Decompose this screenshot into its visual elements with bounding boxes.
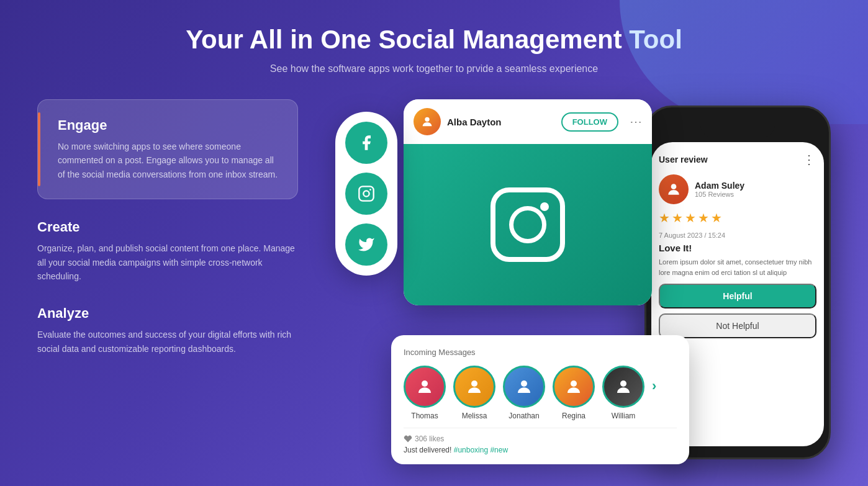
msg-person-william[interactable]: William: [602, 366, 644, 420]
feature-analyze: Analyze Evaluate the outcomes and succes…: [37, 303, 298, 358]
page-header: Your All in One Social Management Tool S…: [37, 25, 831, 74]
avatar-thomas: [404, 366, 446, 408]
messages-card: Incoming Messages Thomas: [391, 335, 689, 464]
review-date: 7 August 2023 / 15:24: [659, 232, 816, 239]
msg-person-melissa[interactable]: Melissa: [453, 366, 495, 420]
profile-name: Alba Dayton: [447, 117, 555, 127]
svg-point-5: [471, 380, 477, 387]
message-avatars-row: Thomas Melissa: [404, 366, 677, 420]
create-desc: Organize, plan, and publish social conte…: [37, 241, 298, 283]
name-thomas: Thomas: [411, 412, 438, 420]
page-wrapper: Your All in One Social Management Tool S…: [0, 0, 868, 486]
msg-person-thomas[interactable]: Thomas: [404, 366, 446, 420]
avatar-jonathan: [503, 366, 545, 408]
avatar-regina: [553, 366, 595, 408]
social-icons-pill: [335, 112, 397, 276]
right-panel: Alba Dayton FOLLOW ⋯ Incoming Messages: [323, 99, 831, 459]
not-helpful-button[interactable]: Not Helpful: [659, 313, 816, 338]
svg-rect-0: [359, 186, 373, 200]
engage-title: Engage: [58, 117, 280, 133]
social-profile-card: Alba Dayton FOLLOW ⋯: [404, 99, 652, 305]
messages-title: Incoming Messages: [404, 348, 677, 357]
delivery-status: Just delivered! #unboxing #new: [404, 446, 677, 454]
follow-button[interactable]: FOLLOW: [561, 112, 618, 132]
msg-person-regina[interactable]: Regina: [553, 366, 595, 420]
content-area: Engage No more switching apps to see whe…: [37, 99, 831, 459]
profile-image: [404, 144, 652, 305]
name-jonathan: Jonathan: [509, 412, 539, 420]
more-icon[interactable]: ⋮: [803, 152, 816, 167]
page-title: Your All in One Social Management Tool: [37, 25, 831, 55]
svg-point-7: [571, 380, 577, 387]
left-panel: Engage No more switching apps to see whe…: [37, 99, 298, 358]
messages-next-arrow[interactable]: ›: [652, 378, 656, 394]
feature-create: Create Organize, plan, and publish socia…: [37, 217, 298, 286]
profile-header: Alba Dayton FOLLOW ⋯: [404, 99, 652, 144]
profile-avatar: [414, 108, 441, 135]
phone-notch: [700, 119, 775, 137]
reviewer-row: Adam Suley 105 Reviews: [659, 174, 816, 204]
review-heading: Love It!: [659, 243, 816, 253]
svg-point-1: [363, 191, 369, 196]
engage-desc: No more switching apps to see where some…: [58, 140, 280, 181]
avatar-melissa: [453, 366, 495, 408]
analyze-desc: Evaluate the outcomes and success of you…: [37, 328, 298, 356]
star-5: ★: [711, 210, 722, 225]
feature-engage: Engage No more switching apps to see whe…: [37, 99, 298, 199]
facebook-icon[interactable]: [345, 122, 387, 164]
avatar-william: [602, 366, 644, 408]
star-3: ★: [685, 210, 696, 225]
camera-icon: [491, 187, 565, 262]
star-1: ★: [659, 210, 670, 225]
star-2: ★: [672, 210, 683, 225]
phone-header: User review ⋮: [659, 152, 816, 167]
name-regina: Regina: [562, 412, 585, 420]
stars-rating: ★ ★ ★ ★ ★: [659, 210, 816, 225]
svg-point-3: [425, 117, 429, 122]
svg-point-8: [620, 380, 626, 387]
message-tags: #unboxing #new: [454, 446, 508, 454]
name-william: William: [612, 412, 636, 420]
helpful-button[interactable]: Helpful: [659, 284, 816, 308]
more-options-icon[interactable]: ⋯: [630, 114, 642, 129]
name-melissa: Melissa: [462, 412, 487, 420]
svg-point-2: [369, 189, 371, 191]
camera-lens: [509, 206, 546, 243]
twitter-icon[interactable]: [345, 223, 387, 266]
svg-point-4: [422, 380, 428, 387]
reviewer-name: Adam Suley: [695, 181, 744, 191]
instagram-icon[interactable]: [345, 173, 387, 215]
reviewer-count: 105 Reviews: [695, 191, 744, 198]
page-subtitle: See how the software apps work together …: [37, 63, 831, 74]
messages-footer: 306 likes Just delivered! #unboxing #new: [404, 428, 677, 454]
msg-person-jonathan[interactable]: Jonathan: [503, 366, 545, 420]
camera-dot: [540, 202, 549, 211]
analyze-title: Analyze: [37, 305, 298, 322]
likes-count: 306 likes: [404, 434, 677, 443]
svg-point-6: [521, 380, 527, 387]
reviewer-info: Adam Suley 105 Reviews: [695, 181, 744, 198]
star-4: ★: [698, 210, 709, 225]
create-title: Create: [37, 219, 298, 235]
svg-point-9: [671, 184, 677, 189]
reviewer-avatar: [659, 174, 689, 204]
review-text: Lorem ipsum dolor sit amet, consectetuer…: [659, 257, 816, 277]
review-section-title: User review: [659, 155, 708, 164]
